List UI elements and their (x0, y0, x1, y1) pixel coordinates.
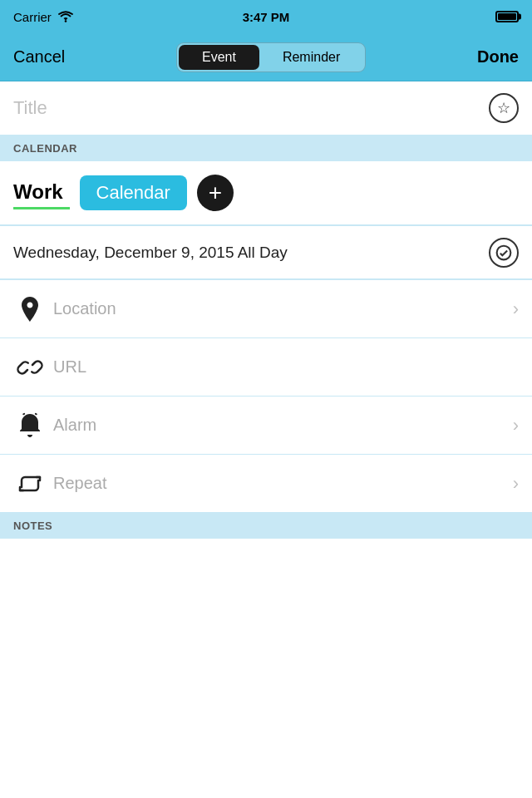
checkmark-circle-icon[interactable] (489, 238, 519, 268)
svg-rect-2 (22, 412, 26, 415)
title-input[interactable] (13, 97, 489, 119)
repeat-chevron: › (513, 473, 519, 495)
svg-point-0 (65, 20, 67, 22)
work-button[interactable]: Work (13, 177, 70, 209)
star-icon[interactable]: ☆ (489, 93, 519, 123)
alarm-row[interactable]: Alarm › (0, 397, 532, 455)
status-bar: Carrier 3:47 PM (0, 0, 532, 33)
link-icon (13, 354, 47, 381)
battery-icon (495, 11, 519, 22)
url-label: URL (47, 357, 519, 377)
location-icon (13, 295, 47, 323)
carrier-wifi: Carrier (13, 10, 73, 24)
done-button[interactable]: Done (477, 47, 519, 66)
repeat-icon (13, 472, 47, 495)
status-time: 3:47 PM (243, 10, 290, 24)
add-calendar-button[interactable]: + (197, 175, 234, 211)
title-section: ☆ (0, 81, 532, 135)
nav-bar: Cancel Event Reminder Done (0, 33, 532, 81)
alarm-chevron: › (513, 415, 519, 436)
calendar-button[interactable]: Calendar (80, 175, 187, 210)
event-reminder-segment: Event Reminder (176, 42, 366, 72)
svg-rect-3 (35, 412, 38, 415)
date-text: Wednesday, December 9, 2015 All Day (13, 244, 288, 262)
carrier-label: Carrier (13, 10, 52, 24)
cancel-button[interactable]: Cancel (13, 47, 65, 66)
segment-reminder[interactable]: Reminder (259, 45, 363, 70)
segment-event[interactable]: Event (179, 45, 259, 70)
plus-icon: + (209, 181, 222, 204)
calendar-section-header: CALENDAR (0, 135, 532, 161)
url-row[interactable]: URL (0, 338, 532, 397)
calendar-row: Work Calendar + (0, 161, 532, 225)
notes-section-header: NOTES (0, 513, 532, 539)
date-row[interactable]: Wednesday, December 9, 2015 All Day (0, 226, 532, 279)
wifi-icon (58, 11, 73, 22)
repeat-label: Repeat (47, 474, 513, 493)
alarm-icon (13, 412, 47, 439)
location-label: Location (47, 299, 513, 318)
location-row[interactable]: Location › (0, 280, 532, 338)
svg-point-1 (497, 245, 511, 259)
battery-container (495, 11, 519, 22)
title-row: ☆ (0, 81, 532, 135)
alarm-label: Alarm (47, 416, 513, 435)
repeat-row[interactable]: Repeat › (0, 455, 532, 513)
location-chevron: › (513, 298, 519, 320)
